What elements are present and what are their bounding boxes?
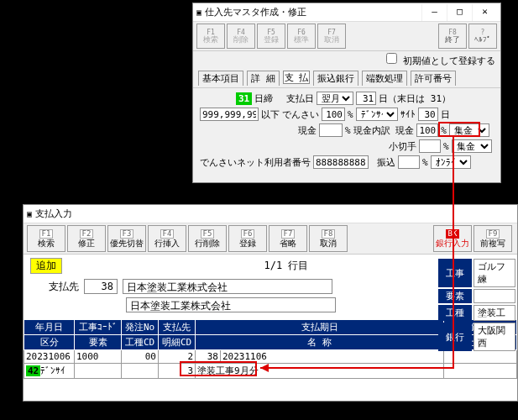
month-select[interactable]: 翌月: [317, 92, 353, 105]
register-initial-checkbox[interactable]: [386, 53, 397, 64]
tb-search[interactable]: F1検索: [196, 24, 225, 49]
payment-entry-window: ▣ 支払入力 F1検索 F2修正 F3優先切替 F4行挿入 F5行削除 F6登録…: [23, 204, 518, 402]
tb2-insert[interactable]: F4行挿入: [148, 225, 186, 252]
tab-basic[interactable]: 基本項目: [198, 71, 243, 86]
cash-pct[interactable]: [319, 123, 343, 137]
tab-bank[interactable]: 振込銀行: [313, 71, 358, 86]
toolbar: F1検索 F4削除 F5登録 F6標準 F7取消 F8終了 ?ﾍﾙﾌﾟ: [193, 22, 500, 51]
tab-detail[interactable]: 詳 細: [247, 71, 280, 86]
kogitte-pct[interactable]: [419, 139, 441, 153]
cash-breakdown-pct[interactable]: [416, 123, 438, 137]
tab-permit[interactable]: 許可番号: [411, 71, 456, 86]
tb-exit[interactable]: F8終了: [438, 24, 467, 49]
tb-cancel[interactable]: F7取消: [317, 24, 346, 49]
tb2-register[interactable]: F6登録: [228, 225, 267, 252]
tb2-search[interactable]: F1検索: [27, 225, 65, 252]
tb2-cancel[interactable]: F8取消: [309, 225, 348, 252]
tb2-priority[interactable]: F3優先切替: [107, 225, 146, 252]
densai-type-select[interactable]: ﾃﾞﾝｻｲ: [356, 108, 398, 121]
payday-day[interactable]: [356, 92, 376, 105]
cash-breakdown-label: 現金内訳 現金: [353, 124, 415, 137]
tb-standard[interactable]: F6標準: [287, 24, 316, 49]
furikomi-pct[interactable]: [398, 155, 420, 169]
kogitte-label: 小切手: [389, 140, 416, 153]
maximize-button[interactable]: □: [447, 4, 472, 21]
titlebar-bottom: ▣ 支払入力: [24, 205, 517, 223]
tb-delete[interactable]: F4削除: [227, 24, 255, 49]
threshold-label: 以下: [261, 108, 280, 121]
payday-note: 日（末日は 31）: [379, 92, 451, 105]
furikomi-method-select[interactable]: ｵﾝﾗｲﾝ: [431, 155, 471, 169]
cash-method-select[interactable]: 集金: [449, 123, 489, 137]
site-label: ｻｲﾄ: [400, 109, 416, 120]
tb-help[interactable]: ?ﾍﾙﾌﾟ: [468, 24, 497, 49]
tb2-copy[interactable]: F9前複写: [474, 225, 512, 252]
register-initial-label: 初期値として登録する: [403, 55, 495, 66]
site-unit: 日: [441, 108, 450, 121]
site-days[interactable]: [418, 108, 438, 121]
densai-pct[interactable]: [322, 108, 345, 121]
payee-name[interactable]: 日本塗装工業株式会社: [123, 279, 332, 294]
closing-day: 31: [236, 92, 252, 105]
densai-net-label: でんさいネット利用者番号: [200, 156, 311, 169]
payday-label: 支払日: [286, 92, 314, 105]
payee-name2[interactable]: 日本塗装工業株式会社: [126, 297, 336, 312]
app-icon: ▣: [27, 209, 32, 218]
kogitte-method-select[interactable]: 集金: [452, 139, 492, 153]
form-area: 31 日締 支払日 翌月 日（末日は 31） 以下 でんさい % ﾃﾞﾝｻｲ ｻ…: [193, 88, 500, 175]
closing-label: 日締: [254, 92, 273, 105]
densai-net-no[interactable]: [313, 155, 369, 169]
due-date-cell: 20231106: [221, 350, 444, 364]
window-title: 仕入先マスタ作成・修正: [205, 6, 306, 18]
register-initial-row: 初期値として登録する: [193, 51, 500, 69]
tb-register[interactable]: F5登録: [257, 24, 285, 49]
minimize-button[interactable]: —: [421, 4, 447, 21]
tab-rounding[interactable]: 端数処理: [362, 71, 407, 86]
tab-payment[interactable]: 支 払: [283, 71, 311, 84]
app-icon: ▣: [196, 8, 201, 17]
cash-label: 現金: [298, 124, 317, 137]
payee-code[interactable]: 38: [84, 279, 118, 294]
threshold-amount[interactable]: [200, 108, 259, 121]
tb2-omit[interactable]: F7省略: [269, 225, 307, 252]
densai-label: でんさい: [282, 108, 319, 121]
payee-label: 支払先: [49, 280, 79, 294]
tb2-edit[interactable]: F2修正: [67, 225, 106, 252]
side-info: 工事ゴルフ練 要素 工種塗装工 銀行大阪関西: [437, 257, 517, 353]
supplier-master-dialog: ▣ 仕入先マスタ作成・修正 — □ ✕ F1検索 F4削除 F5登録 F6標準 …: [192, 3, 501, 183]
tabstrip: 基本項目 詳 細 支 払 振込銀行 端数処理 許可番号: [193, 69, 500, 88]
tb2-bank[interactable]: BK銀行入力: [433, 225, 472, 252]
titlebar: ▣ 仕入先マスタ作成・修正 — □ ✕: [193, 3, 500, 22]
table-row[interactable]: 42ﾃﾞﾝｻｲ 3 塗装工事9月分: [24, 364, 517, 379]
tb2-delrow[interactable]: F5行削除: [188, 225, 227, 252]
mode-tag: 追加: [30, 258, 62, 274]
furikomi-label: 振込: [377, 156, 395, 169]
close-button[interactable]: ✕: [472, 4, 497, 21]
window-title-bottom: 支払入力: [35, 207, 72, 220]
toolbar-bottom: F1検索 F2修正 F3優先切替 F4行挿入 F5行削除 F6登録 F7省略 F…: [24, 223, 517, 255]
